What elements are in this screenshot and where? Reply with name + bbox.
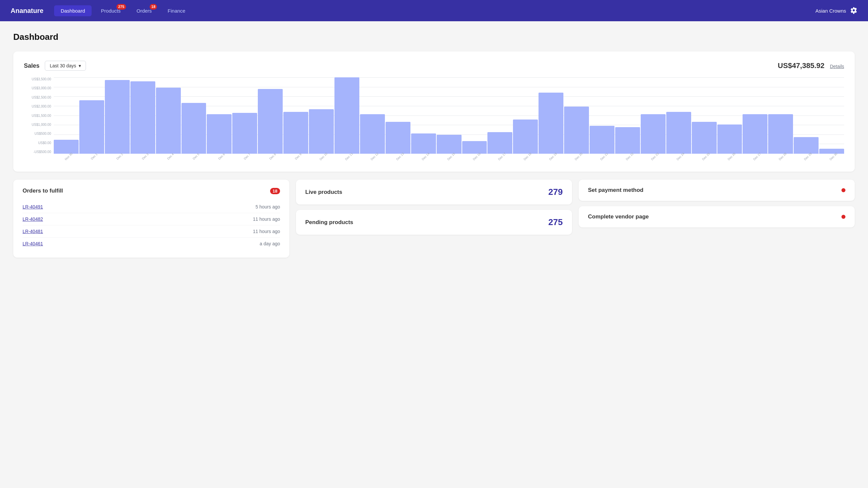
bar-wrapper bbox=[360, 78, 385, 154]
order-id[interactable]: LR-40482 bbox=[23, 216, 43, 222]
gear-icon[interactable] bbox=[850, 7, 857, 15]
chart-bar bbox=[335, 78, 359, 154]
y-axis-label: US$1,000.00 bbox=[24, 123, 54, 126]
bar-wrapper bbox=[488, 78, 512, 154]
bar-wrapper bbox=[692, 78, 717, 154]
main-content: Dashboard Sales Last 30 days ▾ US$47,385… bbox=[0, 21, 868, 268]
sales-header: Sales Last 30 days ▾ US$47,385.92 Detail… bbox=[24, 61, 844, 71]
nav-item-dashboard[interactable]: Dashboard bbox=[54, 5, 92, 16]
bar-wrapper bbox=[182, 78, 206, 154]
navbar: Ananature Dashboard Products 275 Orders … bbox=[0, 0, 868, 21]
order-id[interactable]: LR-40461 bbox=[23, 241, 43, 246]
bottom-grid: Orders to fulfill 18 LR-40491 5 hours ag… bbox=[13, 180, 855, 257]
chart-bars bbox=[54, 78, 844, 154]
bar-wrapper bbox=[513, 78, 538, 154]
bar-wrapper bbox=[641, 78, 665, 154]
order-row: LR-40482 11 hours ago bbox=[23, 213, 280, 225]
orders-badge: 18 bbox=[150, 4, 157, 10]
nav-items: Dashboard Products 275 Orders 18 Finance bbox=[54, 5, 815, 16]
bar-wrapper bbox=[462, 78, 487, 154]
action-card[interactable]: Set payment method bbox=[579, 180, 855, 201]
chart-y-axis: -US$500.00US$0.00US$500.00US$1,000.00US$… bbox=[24, 78, 54, 154]
y-axis-label: US$1,500.00 bbox=[24, 114, 54, 118]
bar-wrapper bbox=[794, 78, 818, 154]
y-axis-label: US$500.00 bbox=[24, 132, 54, 135]
live-products-label: Live products bbox=[305, 189, 342, 195]
bar-wrapper bbox=[590, 78, 615, 154]
pending-products-card[interactable]: Pending products 275 bbox=[296, 210, 572, 235]
products-badge: 275 bbox=[117, 4, 126, 10]
order-time: 11 hours ago bbox=[253, 216, 280, 222]
bar-wrapper bbox=[79, 78, 104, 154]
chevron-down-icon: ▾ bbox=[79, 63, 81, 68]
brand-logo: Ananature bbox=[11, 7, 43, 14]
y-axis-label: -US$500.00 bbox=[24, 150, 54, 154]
bar-wrapper bbox=[385, 78, 410, 154]
nav-item-finance[interactable]: Finance bbox=[161, 5, 192, 16]
pending-products-value: 275 bbox=[549, 217, 563, 227]
product-cards-col: Live products 279 Pending products 275 bbox=[296, 180, 572, 257]
orders-count-badge: 18 bbox=[270, 188, 280, 194]
bar-wrapper bbox=[232, 78, 257, 154]
chart-bar bbox=[130, 81, 155, 154]
action-cards-col: Set payment method Complete vendor page bbox=[579, 180, 855, 257]
sales-header-left: Sales Last 30 days ▾ bbox=[24, 61, 86, 71]
bar-wrapper bbox=[335, 78, 359, 154]
bar-wrapper bbox=[437, 78, 462, 154]
bar-wrapper bbox=[258, 78, 283, 154]
bar-wrapper bbox=[717, 78, 742, 154]
bar-wrapper bbox=[156, 78, 181, 154]
order-time: a day ago bbox=[260, 241, 280, 246]
bar-wrapper bbox=[564, 78, 589, 154]
live-products-card[interactable]: Live products 279 bbox=[296, 180, 572, 205]
order-row: LR-40491 5 hours ago bbox=[23, 201, 280, 213]
sales-period-value: Last 30 days bbox=[50, 63, 76, 68]
order-id[interactable]: LR-40491 bbox=[23, 204, 43, 210]
chart-bar bbox=[156, 88, 181, 154]
sales-period-dropdown[interactable]: Last 30 days ▾ bbox=[45, 61, 86, 71]
chart-bar bbox=[258, 89, 283, 154]
y-axis-label: US$3,000.00 bbox=[24, 86, 54, 90]
orders-header: Orders to fulfill 18 bbox=[23, 188, 280, 194]
bar-wrapper bbox=[105, 78, 130, 154]
bar-wrapper bbox=[819, 78, 844, 154]
nav-item-products[interactable]: Products 275 bbox=[94, 5, 127, 16]
y-axis-label: US$2,000.00 bbox=[24, 104, 54, 108]
nav-item-orders[interactable]: Orders 18 bbox=[130, 5, 159, 16]
chart-bar bbox=[105, 80, 130, 154]
sales-total: US$47,385.92 bbox=[778, 61, 825, 70]
action-card[interactable]: Complete vendor page bbox=[579, 206, 855, 227]
orders-title: Orders to fulfill bbox=[23, 188, 63, 194]
order-time: 11 hours ago bbox=[253, 229, 280, 234]
order-id[interactable]: LR-40481 bbox=[23, 229, 43, 234]
nav-user: Asian Crowns bbox=[815, 7, 857, 15]
username: Asian Crowns bbox=[815, 8, 846, 13]
bar-wrapper bbox=[207, 78, 231, 154]
sales-card: Sales Last 30 days ▾ US$47,385.92 Detail… bbox=[13, 52, 855, 172]
chart-x-labels: Nov 30Dec 1Dec 2Dec 3Dec 4Dec 5Dec 6Dec … bbox=[54, 154, 844, 164]
bar-wrapper bbox=[768, 78, 793, 154]
bar-wrapper bbox=[615, 78, 640, 154]
action-card-label: Set payment method bbox=[588, 187, 643, 193]
order-time: 5 hours ago bbox=[255, 204, 280, 210]
bar-wrapper bbox=[411, 78, 436, 154]
pending-products-label: Pending products bbox=[305, 219, 353, 226]
sales-label: Sales bbox=[24, 62, 39, 69]
action-dot bbox=[841, 188, 845, 192]
page-title: Dashboard bbox=[13, 32, 855, 42]
order-row: LR-40481 11 hours ago bbox=[23, 225, 280, 238]
bar-wrapper bbox=[538, 78, 563, 154]
y-axis-label: US$3,500.00 bbox=[24, 78, 54, 81]
order-rows: LR-40491 5 hours ago LR-40482 11 hours a… bbox=[23, 201, 280, 250]
sales-total-area: US$47,385.92 Details bbox=[778, 61, 844, 70]
sales-chart: -US$500.00US$0.00US$500.00US$1,000.00US$… bbox=[24, 78, 844, 164]
chart-bars-area bbox=[54, 78, 844, 154]
sales-details-link[interactable]: Details bbox=[830, 64, 844, 69]
bar-wrapper bbox=[54, 78, 79, 154]
bar-wrapper bbox=[309, 78, 334, 154]
bar-wrapper bbox=[283, 78, 308, 154]
bar-wrapper bbox=[666, 78, 691, 154]
action-card-label: Complete vendor page bbox=[588, 213, 649, 220]
live-products-value: 279 bbox=[549, 187, 563, 197]
orders-card: Orders to fulfill 18 LR-40491 5 hours ag… bbox=[13, 180, 289, 257]
